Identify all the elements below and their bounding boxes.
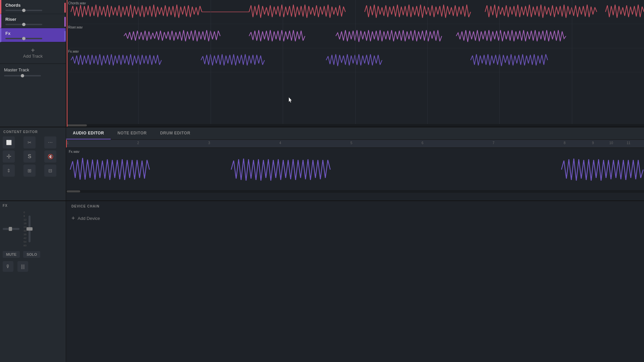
chords-waveform	[66, 0, 644, 24]
ruler-mark-3: 3	[208, 141, 210, 145]
playhead	[67, 0, 67, 127]
meter-labels: 0 8 12 18 24 30 36 42 54 80	[23, 211, 26, 247]
eq-button[interactable]: |||	[17, 261, 28, 272]
vertical-fader[interactable]	[29, 216, 31, 242]
fx-fader-row: 0 8 12 18 24 30 36 42 54 80	[3, 211, 63, 247]
riser-track-row[interactable]: Riser.wav	[66, 24, 644, 48]
add-track-label: Add Track	[23, 54, 43, 59]
crop-tool-button[interactable]: ⋯	[44, 136, 56, 148]
tracks-canvas[interactable]: Chords.wav	[66, 0, 644, 124]
master-track-section: Master Track	[0, 64, 66, 80]
add-device-plus-icon: +	[71, 215, 75, 222]
add-device-button[interactable]: + Add Device	[71, 213, 639, 224]
empty-timeline-area[interactable]	[66, 72, 644, 124]
device-chain-label: DEVICE CHAIN	[71, 204, 639, 208]
master-track-label: Master Track	[4, 67, 62, 72]
track-list: Chords Riser Fx + Add Track	[0, 0, 66, 127]
scrollbar-thumb[interactable]	[67, 124, 87, 126]
riser-clip-label: Riser.wav	[68, 25, 83, 29]
chords-clip-label: Chords.wav	[68, 1, 86, 5]
ruler-mark-6: 6	[422, 141, 424, 145]
move-tool-button[interactable]: ✛	[3, 150, 15, 163]
mute-solo-row: MUTE SOLO	[3, 251, 63, 258]
add-track-button[interactable]: + Add Track	[0, 42, 66, 64]
fx-volume-slider[interactable]	[5, 38, 42, 39]
tab-audio-editor[interactable]: AUDIO EDITOR	[66, 127, 111, 139]
vertical-fader-track[interactable]	[29, 216, 31, 242]
ruler-mark-4: 4	[279, 141, 281, 145]
mute-button[interactable]: MUTE	[3, 251, 20, 258]
bottom-icons-row: 🎙 |||	[3, 261, 63, 272]
track-item-chords[interactable]: Chords	[0, 0, 66, 14]
tool-grid: ⬜ ✂ ⋯ ✛ S 🔇 ⇕ ⊞ ⊟	[3, 136, 63, 177]
middle-section: CONTENT EDITOR ⬜ ✂ ⋯ ✛ S 🔇 ⇕ ⊞ ⊟ AUDIO E…	[0, 127, 644, 201]
select-tool-button[interactable]: ⬜	[3, 136, 15, 148]
ungroup-tool-button[interactable]: ⊟	[44, 165, 56, 177]
ruler-mark-8: 8	[564, 141, 566, 145]
content-editor-panel: CONTENT EDITOR ⬜ ✂ ⋯ ✛ S 🔇 ⇕ ⊞ ⊟	[0, 127, 66, 200]
audio-editor-scrollbar-thumb[interactable]	[67, 190, 80, 192]
fx-volume-thumb[interactable]	[22, 37, 25, 40]
add-device-label: Add Device	[78, 216, 100, 221]
ruler-mark-5: 5	[351, 141, 353, 145]
fx-panel-label: FX	[3, 204, 63, 207]
chords-volume-thumb[interactable]	[22, 9, 25, 12]
solo-button[interactable]: SOLO	[23, 251, 40, 258]
fx-clip-label: Fx.wav	[68, 50, 79, 53]
ruler-mark-10: 10	[609, 141, 613, 145]
fx-color-bar	[64, 31, 66, 41]
master-volume-slider[interactable]	[4, 75, 41, 76]
add-track-plus-icon: +	[5, 47, 61, 54]
chords-volume-slider[interactable]	[5, 10, 42, 11]
riser-volume-thumb[interactable]	[22, 23, 25, 26]
fx-fader-thumb[interactable]	[9, 227, 12, 231]
chords-color-bar	[64, 3, 66, 13]
device-chain-panel: DEVICE CHAIN + Add Device	[66, 201, 644, 362]
track-label-riser: Riser	[5, 17, 62, 22]
fx-panel: FX 0 8 12 18 24 30 36 42 54 80	[0, 201, 66, 362]
audio-editor-scrollbar[interactable]	[66, 190, 644, 193]
master-volume-thumb[interactable]	[21, 74, 24, 77]
audio-editor-waveform-svg	[66, 148, 644, 191]
riser-waveform	[66, 24, 644, 48]
track-item-fx[interactable]: Fx	[0, 28, 66, 42]
timeline-area: Chords.wav	[66, 0, 644, 127]
timeline-scrollbar[interactable]	[66, 124, 644, 127]
align-tool-button[interactable]: ⇕	[3, 165, 15, 177]
content-editor-label: CONTENT EDITOR	[3, 130, 63, 134]
mute-tool-button[interactable]: 🔇	[44, 150, 56, 163]
stretch-tool-button[interactable]: S	[23, 150, 36, 163]
fx-fader-track[interactable]	[3, 228, 19, 230]
fx-waveform	[66, 48, 644, 72]
ruler-mark-2: 2	[137, 141, 139, 145]
ruler-mark-9: 9	[592, 141, 594, 145]
chords-track-row[interactable]: Chords.wav	[66, 0, 644, 24]
tab-note-editor[interactable]: NOTE EDITOR	[111, 127, 153, 139]
audio-ruler-playhead	[66, 140, 67, 147]
riser-color-bar	[64, 17, 66, 27]
audio-file-label: Fx.wav	[67, 148, 82, 155]
record-button[interactable]: 🎙	[3, 261, 13, 272]
vertical-fader-thumb[interactable]	[26, 227, 33, 231]
audio-editor-area: AUDIO EDITOR NOTE EDITOR DRUM EDITOR 1 2…	[66, 127, 644, 200]
track-label-fx: Fx	[5, 31, 62, 36]
editor-tabs: AUDIO EDITOR NOTE EDITOR DRUM EDITOR	[66, 127, 644, 140]
track-item-riser[interactable]: Riser	[0, 14, 66, 28]
track-label-chords: Chords	[5, 3, 62, 8]
top-section: Chords Riser Fx + Add Track	[0, 0, 644, 127]
ruler-mark-7: 7	[493, 141, 495, 145]
audio-waveform-area[interactable]: Fx.wav	[66, 148, 644, 193]
bottom-section: FX 0 8 12 18 24 30 36 42 54 80	[0, 201, 644, 362]
tab-drum-editor[interactable]: DRUM EDITOR	[153, 127, 197, 139]
ruler-mark-1: 1	[67, 141, 69, 145]
cut-tool-button[interactable]: ✂	[23, 136, 36, 148]
riser-volume-slider[interactable]	[5, 24, 42, 25]
group-tool-button[interactable]: ⊞	[23, 165, 36, 177]
audio-editor-ruler: 1 2 3 4 5 6 7 8 9 10 11	[66, 140, 644, 148]
fx-track-row[interactable]: Fx.wav	[66, 48, 644, 72]
ruler-mark-11: 11	[627, 141, 630, 145]
audio-editor-content: 1 2 3 4 5 6 7 8 9 10 11 Fx.wav	[66, 140, 644, 200]
